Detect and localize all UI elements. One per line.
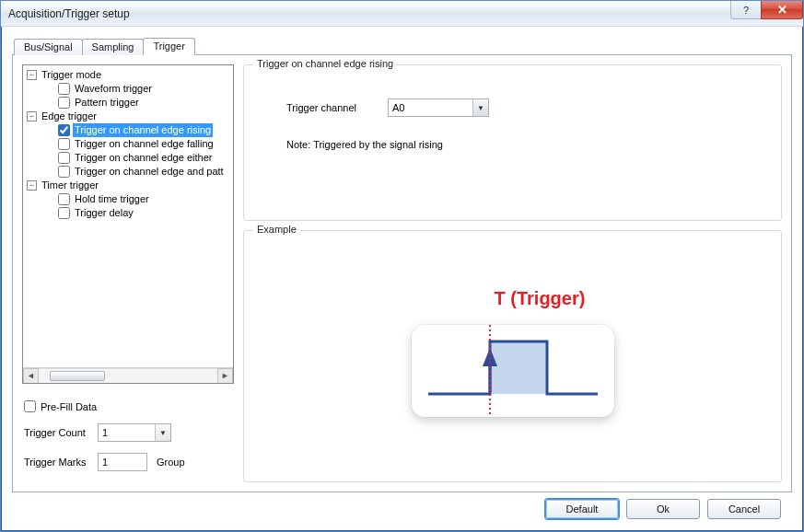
tree-label: Waveform trigger — [73, 82, 154, 96]
tree-checkbox[interactable] — [58, 166, 70, 178]
tree-node-timer-trigger[interactable]: − Timer trigger — [23, 179, 233, 192]
example-group: Example T (Trigger) — [243, 230, 782, 482]
tree-label: Edge trigger — [40, 110, 99, 123]
close-button[interactable]: ✕ — [761, 1, 803, 19]
example-diagram: T (Trigger) — [402, 279, 623, 435]
trigger-count-row: Trigger Count 1 ▼ — [24, 423, 232, 442]
dialog-window: Acquisition/Trigger setup ? ✕ Bus/Signal… — [0, 0, 804, 532]
tree-node-trigger-delay[interactable]: Trigger delay — [23, 206, 233, 220]
ok-button[interactable]: Ok — [626, 499, 700, 519]
trigger-count-value: 1 — [99, 427, 155, 438]
trigger-tree[interactable]: − Trigger mode Waveform trigger Pattern … — [23, 65, 233, 367]
tab-panel-trigger: − Trigger mode Waveform trigger Pattern … — [12, 54, 792, 492]
group-legend: Trigger on channel edge rising — [253, 58, 397, 69]
scroll-right-icon[interactable]: ► — [217, 368, 233, 384]
help-button[interactable]: ? — [730, 1, 762, 19]
tree-node-edge-pattern[interactable]: Trigger on channel edge and patt — [23, 165, 233, 179]
tree-label: Hold time trigger — [73, 192, 151, 206]
expander-icon[interactable]: − — [27, 111, 37, 121]
left-bottom-controls: Pre-Fill Data Trigger Count 1 ▼ Trigger … — [22, 400, 234, 482]
t-trigger-label: T (Trigger) — [495, 288, 586, 309]
expander-icon[interactable]: − — [27, 180, 37, 191]
tree-node-edge-trigger[interactable]: − Edge trigger — [23, 110, 233, 123]
tree-checkbox[interactable] — [58, 83, 70, 95]
close-icon: ✕ — [777, 3, 787, 17]
tab-trigger[interactable]: Trigger — [143, 38, 194, 55]
trigger-count-label: Trigger Count — [24, 427, 98, 438]
group-label: Group — [157, 457, 185, 468]
tree-checkbox[interactable] — [58, 124, 70, 136]
example-legend: Example — [253, 224, 300, 235]
prefill-checkbox[interactable] — [24, 400, 36, 412]
window-controls: ? ✕ — [731, 1, 803, 26]
svg-rect-0 — [490, 341, 547, 394]
cancel-button[interactable]: Cancel — [707, 499, 781, 519]
waveform-icon — [412, 325, 614, 417]
tree-node-edge-rising[interactable]: Trigger on channel edge rising — [23, 123, 233, 137]
tree-node-edge-either[interactable]: Trigger on channel edge either — [23, 151, 233, 165]
tree-label: Trigger mode — [40, 68, 103, 82]
tree-label: Trigger on channel edge rising — [73, 123, 213, 137]
tree-node-hold-time[interactable]: Hold time trigger — [23, 192, 233, 206]
titlebar: Acquisition/Trigger setup ? ✕ — [1, 1, 803, 27]
tree-checkbox[interactable] — [58, 193, 70, 205]
scroll-thumb[interactable] — [50, 371, 105, 381]
tree-checkbox[interactable] — [58, 152, 70, 164]
default-button[interactable]: Default — [545, 499, 619, 519]
scroll-track[interactable] — [39, 368, 217, 384]
tree-label: Trigger on channel edge falling — [73, 137, 216, 151]
trigger-channel-value: A0 — [389, 102, 472, 113]
tab-sampling[interactable]: Sampling — [82, 39, 145, 55]
trigger-note: Note: Triggered by the signal rising — [286, 139, 766, 150]
trigger-count-combo[interactable]: 1 ▼ — [98, 423, 171, 442]
channel-row: Trigger channel A0 ▼ — [286, 98, 766, 117]
tree-node-pattern-trigger[interactable]: Pattern trigger — [23, 96, 233, 110]
tree-node-trigger-mode[interactable]: − Trigger mode — [23, 68, 233, 82]
window-title: Acquisition/Trigger setup — [8, 7, 130, 20]
tree-label: Trigger on channel edge and patt — [73, 165, 226, 179]
scroll-left-icon[interactable]: ◄ — [23, 368, 39, 384]
tab-bus-signal[interactable]: Bus/Signal — [14, 39, 83, 55]
trigger-channel-label: Trigger channel — [286, 102, 388, 113]
chevron-down-icon[interactable]: ▼ — [472, 99, 488, 116]
tree-label: Trigger delay — [73, 206, 135, 220]
tree-checkbox[interactable] — [58, 207, 70, 219]
expander-icon[interactable]: − — [27, 70, 37, 80]
tree-container: − Trigger mode Waveform trigger Pattern … — [22, 64, 234, 384]
trigger-channel-combo[interactable]: A0 ▼ — [388, 98, 489, 117]
tree-label: Trigger on channel edge either — [73, 151, 214, 165]
tabstrip: Bus/Signal Sampling Trigger — [14, 34, 792, 54]
dialog-footer: Default Ok Cancel — [12, 492, 792, 526]
chevron-down-icon[interactable]: ▼ — [155, 424, 170, 441]
trigger-settings-group: Trigger on channel edge rising Trigger c… — [243, 64, 782, 221]
tree-node-waveform-trigger[interactable]: Waveform trigger — [23, 82, 233, 96]
tree-label: Pattern trigger — [73, 96, 141, 110]
help-icon: ? — [743, 5, 749, 16]
tree-checkbox[interactable] — [58, 138, 70, 150]
trigger-marks-label: Trigger Marks — [24, 457, 98, 468]
prefill-row: Pre-Fill Data — [24, 400, 232, 412]
tree-label: Timer trigger — [40, 179, 100, 192]
tree-checkbox[interactable] — [58, 97, 70, 109]
tree-node-edge-falling[interactable]: Trigger on channel edge falling — [23, 137, 233, 151]
right-column: Trigger on channel edge rising Trigger c… — [243, 64, 782, 482]
trigger-marks-row: Trigger Marks Group — [24, 453, 232, 471]
trigger-marks-input[interactable] — [98, 453, 147, 471]
prefill-label: Pre-Fill Data — [41, 401, 97, 412]
left-column: − Trigger mode Waveform trigger Pattern … — [22, 64, 234, 482]
tree-horizontal-scrollbar[interactable]: ◄ ► — [23, 367, 233, 383]
dialog-content: Bus/Signal Sampling Trigger − Trigger mo… — [1, 27, 803, 531]
